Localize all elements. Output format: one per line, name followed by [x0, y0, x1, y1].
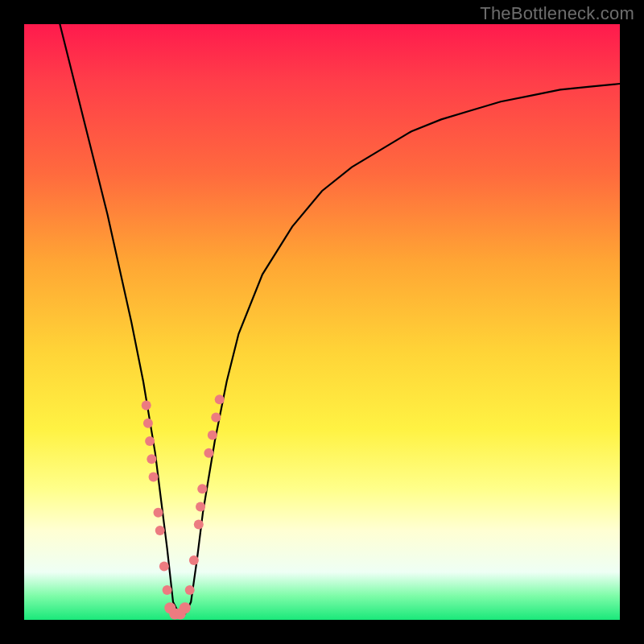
marker-group	[142, 394, 225, 619]
chart-svg	[24, 24, 620, 620]
curve-marker	[145, 436, 155, 446]
watermark-text: TheBottleneck.com	[480, 3, 634, 24]
curve-marker	[189, 555, 199, 565]
curve-marker	[147, 454, 156, 464]
curve-marker	[159, 561, 169, 571]
curve-marker	[143, 419, 153, 428]
curve-marker	[185, 585, 195, 595]
curve-marker	[197, 484, 207, 493]
curve-marker	[211, 412, 221, 422]
curve-marker	[194, 520, 204, 530]
curve-marker	[215, 394, 225, 404]
chart-plot-area	[24, 24, 620, 620]
chart-frame: TheBottleneck.com	[0, 0, 644, 644]
curve-marker	[180, 602, 191, 613]
curve-marker	[196, 502, 205, 511]
curve-marker	[208, 431, 217, 440]
bottleneck-curve	[60, 24, 620, 614]
curve-marker	[155, 526, 165, 535]
curve-marker	[204, 448, 213, 458]
curve-marker	[149, 472, 159, 481]
curve-marker	[142, 401, 151, 411]
curve-marker	[163, 585, 172, 595]
curve-marker	[154, 508, 163, 518]
